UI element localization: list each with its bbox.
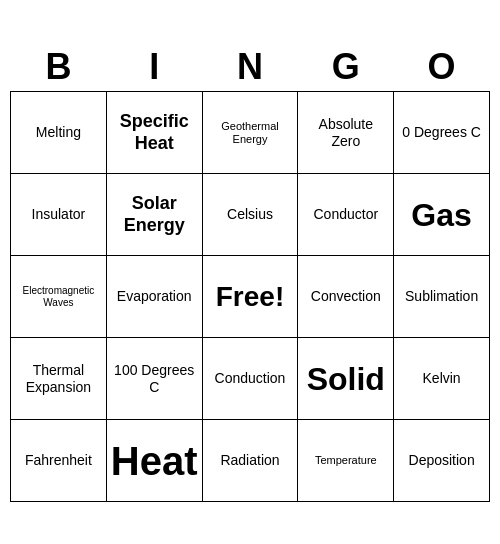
table-cell: Gas <box>394 174 490 256</box>
table-cell: Specific Heat <box>106 92 202 174</box>
table-cell: Kelvin <box>394 338 490 420</box>
table-cell: Sublimation <box>394 256 490 338</box>
table-cell: Geothermal Energy <box>202 92 298 174</box>
table-cell: Solar Energy <box>106 174 202 256</box>
header-b: B <box>11 42 107 92</box>
header-row: B I N G O <box>11 42 490 92</box>
header-o: O <box>394 42 490 92</box>
table-cell: Radiation <box>202 420 298 502</box>
header-i: I <box>106 42 202 92</box>
header-n: N <box>202 42 298 92</box>
table-row: MeltingSpecific HeatGeothermal EnergyAbs… <box>11 92 490 174</box>
table-cell: Insulator <box>11 174 107 256</box>
table-cell: Solid <box>298 338 394 420</box>
table-cell: Temperature <box>298 420 394 502</box>
table-row: InsulatorSolar EnergyCelsiusConductorGas <box>11 174 490 256</box>
table-cell: Convection <box>298 256 394 338</box>
table-cell: Evaporation <box>106 256 202 338</box>
table-row: Thermal Expansion100 Degrees CConduction… <box>11 338 490 420</box>
table-cell: Free! <box>202 256 298 338</box>
table-cell: Deposition <box>394 420 490 502</box>
table-cell: Melting <box>11 92 107 174</box>
bingo-table: B I N G O MeltingSpecific HeatGeothermal… <box>10 42 490 503</box>
table-cell: Absolute Zero <box>298 92 394 174</box>
table-row: Electromagnetic WavesEvaporationFree!Con… <box>11 256 490 338</box>
table-cell: Celsius <box>202 174 298 256</box>
table-cell: Electromagnetic Waves <box>11 256 107 338</box>
table-cell: 100 Degrees C <box>106 338 202 420</box>
table-row: FahrenheitHeatRadiationTemperatureDeposi… <box>11 420 490 502</box>
table-cell: Thermal Expansion <box>11 338 107 420</box>
table-cell: 0 Degrees C <box>394 92 490 174</box>
table-cell: Conductor <box>298 174 394 256</box>
table-cell: Fahrenheit <box>11 420 107 502</box>
header-g: G <box>298 42 394 92</box>
table-cell: Heat <box>106 420 202 502</box>
table-cell: Conduction <box>202 338 298 420</box>
